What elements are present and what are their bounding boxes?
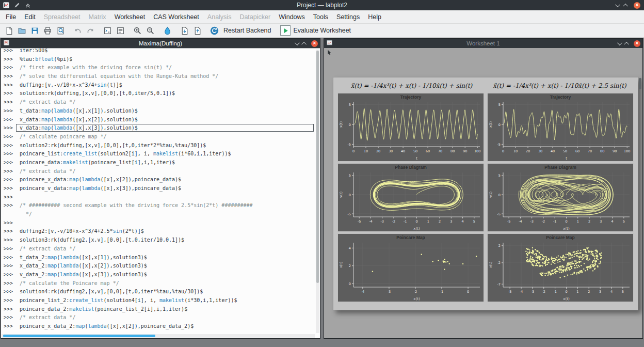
print-preview-button[interactable]	[54, 24, 67, 37]
save-button[interactable]	[28, 24, 41, 37]
code-line-31[interactable]: >>> /* extract data */	[4, 313, 314, 322]
worksheet-view[interactable]: ẍ(t) = -1/4x³(t) + x(t) - 1/10ẋ(t) + sin…	[324, 48, 642, 338]
phase-2-plot[interactable]: Phase Diagram-5-4-3-2-101234550-5x(t)v(t…	[487, 163, 634, 232]
zoom-out-button[interactable]	[144, 24, 157, 37]
horizontal-scrollbar-handle[interactable]	[3, 335, 155, 337]
code-line-3[interactable]: >>> /* solve the differential equation w…	[4, 72, 314, 81]
poincare-2-plot[interactable]: Poincare Map-5-4-3-2-10123452-2-7x(t)v(t…	[487, 233, 634, 302]
maximize-icon[interactable]	[303, 42, 307, 45]
code-line-8[interactable]: >>> x_data:map(lambda([x],x[2]),solution…	[4, 116, 314, 124]
worksheet-titlebar[interactable]: Worksheet 1 ×	[324, 39, 642, 48]
menu-file[interactable]: File	[2, 10, 20, 23]
minimize-icon[interactable]	[295, 42, 298, 45]
restart-backend-button[interactable]	[208, 24, 221, 37]
code-line-21[interactable]: >>> duffing2:[v,-v/10+x-x^3/4+2.5*sin(2*…	[4, 227, 314, 236]
restart-backend-label[interactable]: Restart Backend	[223, 27, 271, 34]
vertical-scrollbar[interactable]	[316, 50, 319, 333]
print-button[interactable]	[41, 24, 54, 37]
code-line-2[interactable]: >>> /* first example with the driving fo…	[4, 64, 314, 72]
code-line-11[interactable]: >>> solution2:rk(duffing,[x,v],[0,0],[t,…	[4, 141, 314, 150]
code-line-4[interactable]: >>> duffing:[v,-v/10+x-x^3/4+sin(t)]$	[4, 81, 314, 90]
code-line-7[interactable]: >>> t_data:map(lambda([x],x[1]),solution…	[4, 107, 314, 116]
menu-cas-worksheet[interactable]: CAS Worksheet	[149, 10, 203, 23]
code-line-16[interactable]: >>> poincare_v_data:map(lambda([x],x[3])…	[4, 184, 314, 193]
trajectory-2-plot[interactable]: Trajectory010203040506070809010050-5tx(t…	[487, 93, 634, 162]
worksheet-page[interactable]: ẍ(t) = -1/4x³(t) + x(t) - 1/10ẋ(t) + sin…	[333, 77, 638, 310]
code-line-13[interactable]: >>> poincare_data:makelist(poincare_list…	[4, 159, 314, 167]
keep-above-icon[interactable]	[24, 2, 31, 9]
code-line-32[interactable]: >>> poincare_x_data_2:map(lambda([x],x[2…	[4, 322, 314, 331]
code-line-29[interactable]: >>> poincare_list_2:create_list(solution…	[4, 296, 314, 305]
new-document-button[interactable]	[3, 24, 15, 37]
maximize-icon[interactable]	[625, 42, 629, 45]
phase-1-plot[interactable]: Phase Diagram-5-4-3-2-101234550-5x(t)v(t…	[337, 163, 484, 232]
open-document-button[interactable]	[15, 24, 28, 37]
code-line-12[interactable]: >>> poincare_list:create_list(solution2[…	[4, 150, 314, 159]
menu-windows[interactable]: Windows	[275, 10, 309, 23]
code-line-0[interactable]: >>> iter:500$	[4, 48, 314, 55]
prompt: >>>	[4, 116, 17, 124]
menu-tools[interactable]: Tools	[309, 10, 332, 23]
menu-worksheet[interactable]: Worksheet	[110, 10, 150, 23]
menu-matrix[interactable]: Matrix	[85, 10, 110, 23]
export-file-button[interactable]	[191, 24, 204, 37]
maximize-icon[interactable]	[624, 4, 628, 7]
svg-text:-5: -5	[358, 219, 361, 224]
menu-edit[interactable]: Edit	[20, 10, 40, 23]
code-line-26[interactable]: >>> v_data_2:map(lambda([x],x[3]),soluti…	[4, 271, 314, 279]
evaluate-worksheet-label[interactable]: Evaluate Worksheet	[293, 27, 351, 34]
maxima-titlebar[interactable]: Maxima(Duffing) ×	[1, 39, 320, 48]
cursor-icon[interactable]	[326, 49, 333, 56]
insert-text-entry-button[interactable]	[114, 24, 127, 37]
code-line-19[interactable]: */	[4, 210, 314, 219]
color-droplet-button[interactable]	[161, 24, 174, 37]
trajectory-1-plot[interactable]: Trajectory010203040506070809010050-5tx(t…	[337, 93, 484, 162]
code-line-1[interactable]: >>> %tau:bfloat(%pi)$	[4, 55, 314, 64]
code-line-22[interactable]: >>> solution3:rk(duffing2,[x,v],[0,0],[t…	[4, 236, 314, 245]
code-line-20[interactable]: >>>	[4, 219, 314, 228]
code-line-5[interactable]: >>> solution:rk(duffing,[x,v],[0,0],[t,0…	[4, 89, 314, 98]
code-line-18[interactable]: >>> /* ########## second example with th…	[4, 201, 314, 210]
code-line-25[interactable]: >>> x_data_2:map(lambda([x],x[2]),soluti…	[4, 262, 314, 271]
code-line-28[interactable]: >>> solution4:rk(duffing2,[x,v],[0,0],[t…	[4, 288, 314, 296]
close-icon[interactable]: ×	[634, 2, 640, 9]
code-line-9[interactable]: >>> v_data:map(lambda([x],x[3]),solution…	[4, 124, 314, 133]
code-line-6[interactable]: >>> /* extract data */	[4, 98, 314, 107]
code-line-23[interactable]: >>> /* extract data */	[4, 245, 314, 254]
titlebar[interactable]: Project — labplot2 ×	[0, 0, 644, 10]
code-line-30[interactable]: >>> poincare_data_2:makelist(poincare_li…	[4, 305, 314, 314]
menu-analysis[interactable]: Analysis	[203, 10, 236, 23]
code-line-15[interactable]: >>> poincare_x_data:map(lambda([x],x[2])…	[4, 176, 314, 184]
menu-datapicker[interactable]: Datapicker	[235, 10, 275, 23]
menu-help[interactable]: Help	[364, 10, 385, 23]
vertical-scrollbar-handle[interactable]	[316, 51, 319, 283]
edit-icon[interactable]	[13, 2, 21, 9]
code-line-24[interactable]: >>> t_data_2:map(lambda([x],x[1]),soluti…	[4, 254, 314, 262]
titlebar-left-icons	[3, 2, 31, 9]
insert-command-entry-button[interactable]	[101, 24, 114, 37]
close-icon[interactable]: ×	[634, 40, 640, 47]
evaluate-worksheet-button[interactable]	[280, 25, 291, 36]
code-line-14[interactable]: >>> /* extract data */	[4, 167, 314, 176]
prompt: >>>	[4, 141, 17, 150]
worksheet-scrollbar-handle[interactable]	[639, 78, 641, 89]
code-line-17[interactable]: >>>	[4, 193, 314, 202]
redo-button[interactable]	[84, 24, 97, 37]
import-file-button[interactable]	[178, 24, 191, 37]
code-line-27[interactable]: >>> /* calculate the Poincare map */	[4, 279, 314, 288]
menu-settings[interactable]: Settings	[332, 10, 364, 23]
menu-spreadsheet[interactable]: Spreadsheet	[40, 10, 85, 23]
code-text: solution3:rk(duffing2,[x,v],[0,0],[t,0,i…	[17, 237, 184, 243]
poincare-1-plot[interactable]: Poincare Map-4-3-2-10420x(t)v(t)	[337, 233, 484, 302]
svg-text:2: 2	[349, 264, 351, 268]
minimize-icon[interactable]	[617, 42, 621, 45]
zoom-in-button[interactable]	[131, 24, 144, 37]
minimize-icon[interactable]	[615, 4, 619, 7]
svg-text:60: 60	[426, 149, 430, 153]
close-icon[interactable]: ×	[311, 40, 318, 47]
horizontal-scrollbar[interactable]	[2, 334, 315, 338]
undo-button[interactable]	[71, 24, 84, 37]
code-line-10[interactable]: >>> /* calculate poincare map */	[4, 133, 314, 141]
cas-code-editor[interactable]: >>> iter:500$>>> %tau:bfloat(%pi)$>>> /*…	[1, 48, 320, 338]
svg-text:-5: -5	[497, 212, 501, 216]
